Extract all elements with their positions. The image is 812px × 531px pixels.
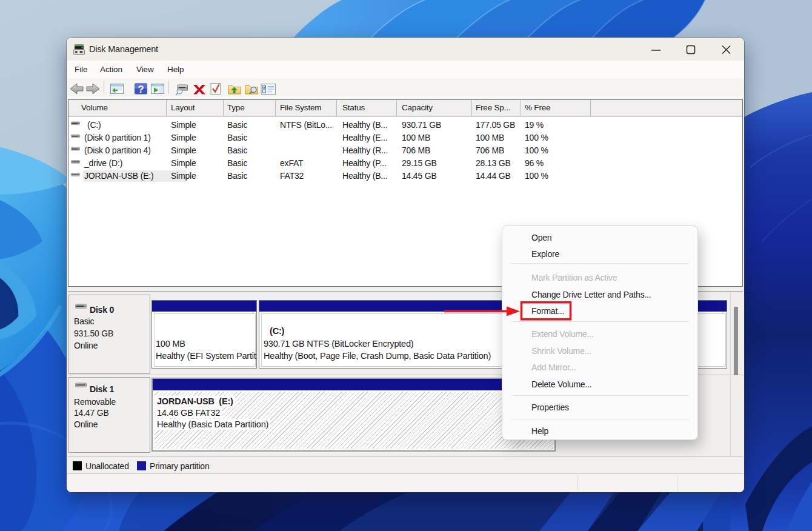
svg-text:?: ? — [138, 84, 144, 95]
